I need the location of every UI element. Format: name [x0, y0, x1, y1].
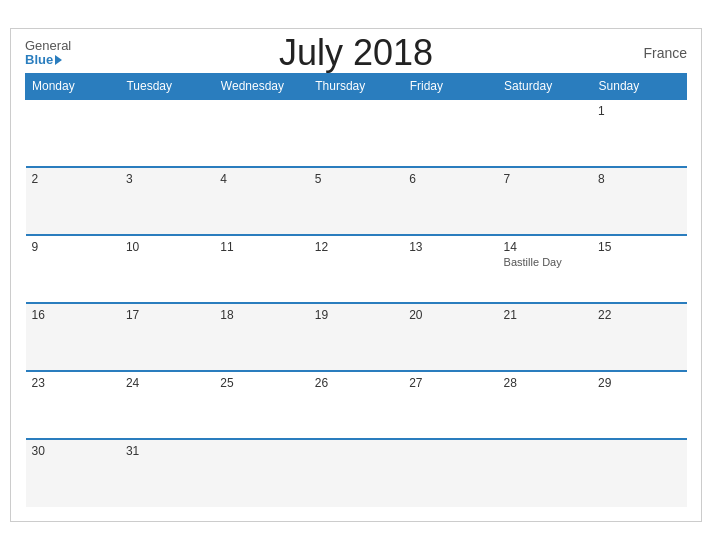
day-number: 7	[504, 172, 586, 186]
country-label: France	[643, 45, 687, 61]
day-number: 14	[504, 240, 586, 254]
col-header-saturday: Saturday	[498, 74, 592, 100]
day-number: 11	[220, 240, 302, 254]
day-number: 21	[504, 308, 586, 322]
calendar-week-row: 16171819202122	[26, 303, 687, 371]
calendar-cell: 20	[403, 303, 497, 371]
logo-general-text: General	[25, 39, 71, 53]
calendar-cell	[403, 439, 497, 507]
calendar-week-row: 2345678	[26, 167, 687, 235]
calendar-cell: 23	[26, 371, 120, 439]
calendar-cell	[309, 99, 403, 167]
day-number: 23	[32, 376, 114, 390]
day-number: 9	[32, 240, 114, 254]
calendar-cell: 8	[592, 167, 686, 235]
calendar-cell: 13	[403, 235, 497, 303]
col-header-friday: Friday	[403, 74, 497, 100]
calendar-cell: 16	[26, 303, 120, 371]
calendar-cell: 29	[592, 371, 686, 439]
calendar-cell	[214, 439, 308, 507]
day-number: 26	[315, 376, 397, 390]
day-number: 17	[126, 308, 208, 322]
calendar-wrapper: General Blue July 2018 France MondayTues…	[10, 28, 702, 523]
calendar-cell: 17	[120, 303, 214, 371]
day-number: 29	[598, 376, 680, 390]
day-number: 22	[598, 308, 680, 322]
calendar-cell: 11	[214, 235, 308, 303]
calendar-cell: 22	[592, 303, 686, 371]
calendar-week-row: 3031	[26, 439, 687, 507]
logo-triangle-icon	[55, 55, 62, 65]
day-number: 15	[598, 240, 680, 254]
day-number: 1	[598, 104, 680, 118]
calendar-cell: 5	[309, 167, 403, 235]
calendar-header-row: MondayTuesdayWednesdayThursdayFridaySatu…	[26, 74, 687, 100]
calendar-cell	[498, 439, 592, 507]
calendar-cell	[26, 99, 120, 167]
calendar-body: 1234567891011121314Bastille Day151617181…	[26, 99, 687, 507]
calendar-cell: 6	[403, 167, 497, 235]
calendar-cell	[403, 99, 497, 167]
calendar-cell: 15	[592, 235, 686, 303]
calendar-cell: 21	[498, 303, 592, 371]
calendar-week-row: 23242526272829	[26, 371, 687, 439]
day-number: 12	[315, 240, 397, 254]
day-number: 6	[409, 172, 491, 186]
day-number: 28	[504, 376, 586, 390]
calendar-cell	[592, 439, 686, 507]
calendar-cell: 14Bastille Day	[498, 235, 592, 303]
day-number: 4	[220, 172, 302, 186]
logo-blue-text: Blue	[25, 53, 53, 67]
calendar-cell: 19	[309, 303, 403, 371]
col-header-thursday: Thursday	[309, 74, 403, 100]
day-number: 30	[32, 444, 114, 458]
calendar-cell	[120, 99, 214, 167]
calendar-cell: 31	[120, 439, 214, 507]
calendar-title: July 2018	[279, 32, 433, 74]
day-number: 31	[126, 444, 208, 458]
day-number: 2	[32, 172, 114, 186]
day-number: 18	[220, 308, 302, 322]
calendar-cell: 4	[214, 167, 308, 235]
calendar-cell: 26	[309, 371, 403, 439]
calendar-week-row: 91011121314Bastille Day15	[26, 235, 687, 303]
day-number: 13	[409, 240, 491, 254]
calendar-grid: MondayTuesdayWednesdayThursdayFridaySatu…	[25, 73, 687, 507]
calendar-header: General Blue July 2018 France	[25, 39, 687, 68]
day-number: 27	[409, 376, 491, 390]
day-number: 16	[32, 308, 114, 322]
col-header-monday: Monday	[26, 74, 120, 100]
calendar-cell: 1	[592, 99, 686, 167]
calendar-cell: 9	[26, 235, 120, 303]
calendar-week-row: 1	[26, 99, 687, 167]
col-header-wednesday: Wednesday	[214, 74, 308, 100]
day-number: 5	[315, 172, 397, 186]
calendar-cell	[498, 99, 592, 167]
calendar-cell: 25	[214, 371, 308, 439]
calendar-cell: 30	[26, 439, 120, 507]
day-number: 19	[315, 308, 397, 322]
calendar-cell: 3	[120, 167, 214, 235]
day-number: 25	[220, 376, 302, 390]
calendar-cell: 28	[498, 371, 592, 439]
day-number: 3	[126, 172, 208, 186]
calendar-cell: 27	[403, 371, 497, 439]
day-number: 24	[126, 376, 208, 390]
event-label: Bastille Day	[504, 256, 586, 268]
calendar-cell	[214, 99, 308, 167]
calendar-cell: 12	[309, 235, 403, 303]
day-number: 8	[598, 172, 680, 186]
calendar-cell: 10	[120, 235, 214, 303]
calendar-cell: 2	[26, 167, 120, 235]
day-number: 10	[126, 240, 208, 254]
calendar-cell: 18	[214, 303, 308, 371]
calendar-cell	[309, 439, 403, 507]
day-number: 20	[409, 308, 491, 322]
logo-area: General Blue	[25, 39, 71, 68]
col-header-sunday: Sunday	[592, 74, 686, 100]
col-header-tuesday: Tuesday	[120, 74, 214, 100]
calendar-cell: 7	[498, 167, 592, 235]
calendar-cell: 24	[120, 371, 214, 439]
